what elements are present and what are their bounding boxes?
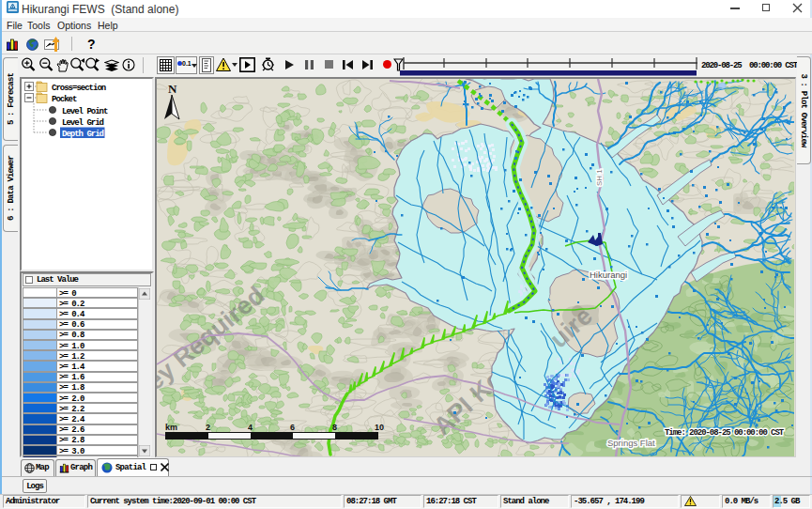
svg-text:Springs Flat: Springs Flat [607,438,655,448]
svg-text:Cross=section: Cross=section [52,84,106,93]
svg-text:10: 10 [375,423,384,432]
svg-text:8: 8 [332,423,337,432]
svg-text:4: 4 [248,423,253,432]
svg-text:SH 1: SH 1 [595,169,604,186]
svg-text:N: N [168,82,177,96]
svg-text:Level Point: Level Point [62,107,108,116]
svg-text:6: 6 [290,423,295,432]
svg-text:Hikurangi: Hikurangi [590,270,627,280]
svg-text:2: 2 [206,423,210,432]
svg-text:Time: 2020-08-25 00:00:00 CST: Time: 2020-08-25 00:00:00 CST [665,428,785,438]
svg-text:Depth Grid: Depth Grid [62,130,104,139]
svg-text:Level Grid: Level Grid [62,118,104,128]
svg-text:Pocket: Pocket [52,95,77,104]
svg-text:km: km [165,423,177,432]
